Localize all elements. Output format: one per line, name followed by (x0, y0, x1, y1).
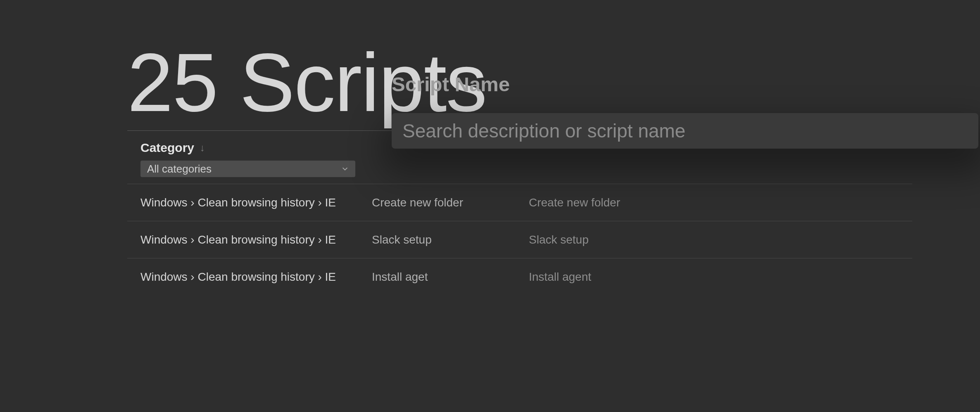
table-row[interactable]: Windows › Clean browsing history › IE Sl… (127, 221, 912, 258)
search-label: Script Name (392, 73, 978, 96)
row-name-primary: Install aget (372, 270, 529, 284)
table-row[interactable]: Windows › Clean browsing history › IE Cr… (127, 184, 912, 221)
row-name-primary: Create new folder (372, 196, 529, 209)
row-name-secondary: Slack setup (529, 233, 686, 246)
category-label: Category (140, 141, 194, 155)
search-input[interactable] (392, 113, 978, 149)
row-category: Windows › Clean browsing history › IE (140, 270, 372, 284)
row-name-primary: Slack setup (372, 233, 529, 246)
chevron-down-icon (341, 165, 349, 173)
table-row[interactable]: Windows › Clean browsing history › IE In… (127, 258, 912, 295)
row-category: Windows › Clean browsing history › IE (140, 233, 372, 246)
row-name-secondary: Install agent (529, 270, 686, 284)
row-category: Windows › Clean browsing history › IE (140, 196, 372, 209)
sort-arrow-icon[interactable]: ↓ (200, 142, 205, 154)
category-selected-value: All categories (147, 163, 212, 175)
scripts-table: Windows › Clean browsing history › IE Cr… (127, 184, 912, 295)
row-name-secondary: Create new folder (529, 196, 686, 209)
category-select[interactable]: All categories (140, 161, 355, 177)
